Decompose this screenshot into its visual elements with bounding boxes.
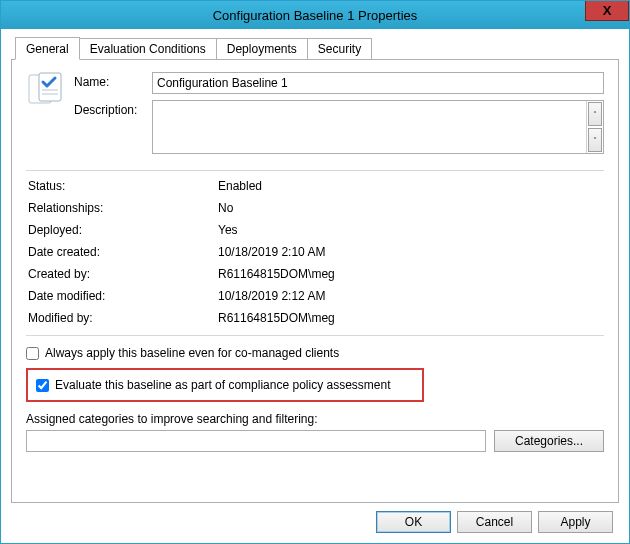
created-by-label: Created by:	[28, 267, 218, 281]
evaluate-compliance-label: Evaluate this baseline as part of compli…	[55, 378, 391, 392]
tab-evaluation-conditions[interactable]: Evaluation Conditions	[80, 38, 217, 59]
svg-rect-1	[39, 73, 61, 101]
categories-display	[26, 430, 486, 452]
description-label: Description:	[74, 100, 152, 117]
tab-security[interactable]: Security	[308, 38, 372, 59]
always-apply-row: Always apply this baseline even for co-m…	[26, 344, 604, 362]
date-modified-value: 10/18/2019 2:12 AM	[218, 289, 604, 303]
spin-up-button[interactable]: ˄	[588, 102, 602, 126]
highlight-box: Evaluate this baseline as part of compli…	[26, 368, 424, 402]
dialog-window: Configuration Baseline 1 Properties X Ge…	[0, 0, 630, 544]
apply-button[interactable]: Apply	[538, 511, 613, 533]
modified-by-label: Modified by:	[28, 311, 218, 325]
client-area: General Evaluation Conditions Deployment…	[1, 29, 629, 543]
deployed-value: Yes	[218, 223, 604, 237]
categories-intro: Assigned categories to improve searching…	[26, 412, 604, 426]
date-created-label: Date created:	[28, 245, 218, 259]
relationships-label: Relationships:	[28, 201, 218, 215]
status-value: Enabled	[218, 179, 604, 193]
always-apply-label: Always apply this baseline even for co-m…	[45, 346, 339, 360]
tab-deployments[interactable]: Deployments	[217, 38, 308, 59]
categories-button[interactable]: Categories...	[494, 430, 604, 452]
tab-general[interactable]: General	[15, 37, 80, 60]
chevron-up-icon: ˄	[593, 110, 597, 119]
description-spin: ˄ ˅	[586, 101, 603, 153]
date-created-value: 10/18/2019 2:10 AM	[218, 245, 604, 259]
name-label: Name:	[74, 72, 152, 89]
divider	[26, 335, 604, 336]
chevron-down-icon: ˅	[593, 136, 597, 145]
name-input[interactable]	[152, 72, 604, 94]
evaluate-compliance-row: Evaluate this baseline as part of compli…	[36, 376, 414, 394]
always-apply-checkbox[interactable]	[26, 347, 39, 360]
evaluate-compliance-checkbox[interactable]	[36, 379, 49, 392]
date-modified-label: Date modified:	[28, 289, 218, 303]
status-label: Status:	[28, 179, 218, 193]
baseline-icon	[28, 72, 62, 106]
spin-down-button[interactable]: ˅	[588, 128, 602, 152]
description-wrapper: ˄ ˅	[152, 100, 604, 154]
created-by-value: R61164815DOM\meg	[218, 267, 604, 281]
info-grid: Status: Enabled Relationships: No Deploy…	[26, 179, 604, 325]
divider	[26, 170, 604, 171]
dialog-button-row: OK Cancel Apply	[11, 503, 619, 533]
ok-button[interactable]: OK	[376, 511, 451, 533]
close-icon: X	[603, 3, 612, 18]
titlebar: Configuration Baseline 1 Properties X	[1, 1, 629, 29]
window-title: Configuration Baseline 1 Properties	[1, 8, 629, 23]
close-button[interactable]: X	[585, 1, 629, 21]
relationships-value: No	[218, 201, 604, 215]
deployed-label: Deployed:	[28, 223, 218, 237]
categories-row: Categories...	[26, 430, 604, 452]
tab-panel-general: Name: Description: ˄ ˅	[11, 59, 619, 503]
modified-by-value: R61164815DOM\meg	[218, 311, 604, 325]
tabstrip: General Evaluation Conditions Deployment…	[15, 37, 619, 59]
cancel-button[interactable]: Cancel	[457, 511, 532, 533]
description-input[interactable]	[153, 101, 586, 153]
